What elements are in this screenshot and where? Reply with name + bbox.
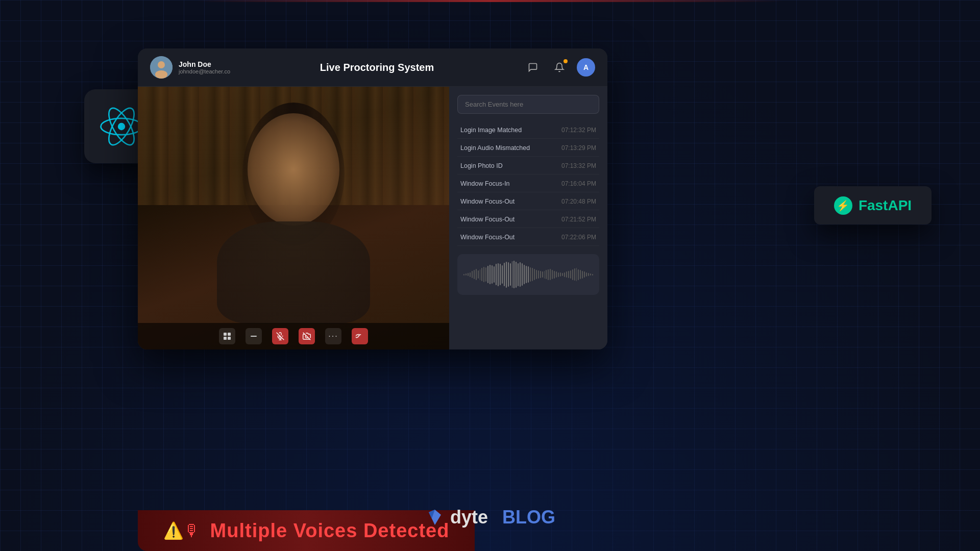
event-item[interactable]: Window Focus-In 07:16:04 PM: [457, 176, 599, 192]
header-title: Live Proctoring System: [230, 62, 524, 73]
wave-bar: [524, 265, 525, 284]
wave-bar: [522, 263, 523, 286]
alert-icon: ⚠️🎙: [163, 521, 200, 540]
event-time: 07:21:52 PM: [561, 216, 596, 223]
event-time: 07:12:32 PM: [561, 127, 596, 134]
wave-bar: [476, 269, 477, 281]
camera-button[interactable]: [299, 328, 315, 344]
lightning-icon: ⚡: [837, 199, 849, 212]
notification-badge: [564, 59, 568, 63]
wave-bar: [562, 273, 563, 276]
main-content: ··· Login Image Matched 07:12:32 PM Logi…: [138, 87, 607, 349]
blog-label: BLOG: [502, 507, 555, 528]
event-item[interactable]: Window Focus-Out 07:21:52 PM: [457, 211, 599, 228]
wave-bar: [504, 263, 505, 287]
user-avatar-button[interactable]: A: [577, 58, 595, 77]
wave-bar: [502, 265, 503, 284]
wave-bar: [548, 269, 549, 280]
event-item[interactable]: Login Image Matched 07:12:32 PM: [457, 122, 599, 139]
user-info: John Doe johndoe@teacher.co: [150, 56, 230, 79]
event-item[interactable]: Window Focus-Out 07:22:06 PM: [457, 229, 599, 246]
wave-bar: [530, 267, 531, 282]
wave-bar: [560, 272, 561, 277]
wave-bar: [474, 270, 475, 280]
wave-bar: [546, 270, 547, 280]
wave-bar: [534, 269, 535, 281]
wave-bar: [550, 269, 551, 281]
header-actions: A: [524, 58, 595, 77]
event-name: Window Focus-Out: [460, 216, 514, 223]
event-name: Login Photo ID: [460, 162, 503, 169]
wave-bar: [518, 263, 519, 286]
user-email: johndoe@teacher.co: [179, 68, 230, 74]
svg-point-0: [117, 122, 125, 130]
wave-bar: [538, 270, 539, 279]
wave-bar: [574, 268, 575, 281]
svg-rect-8: [228, 333, 231, 336]
video-feed: [138, 87, 449, 349]
end-call-button[interactable]: [352, 328, 368, 344]
wave-bar: [510, 263, 511, 286]
wave-bar: [552, 270, 553, 280]
wave-bar: [487, 266, 488, 283]
wave-bar: [526, 266, 527, 283]
wave-bar: [496, 264, 497, 285]
wave-bar: [483, 267, 484, 282]
more-options-button[interactable]: ···: [325, 328, 341, 344]
wave-bar: [554, 271, 555, 279]
svg-rect-9: [224, 337, 227, 340]
wave-bar: [472, 271, 473, 278]
wave-bar: [506, 262, 507, 288]
svg-line-15: [303, 333, 311, 340]
event-time: 07:13:32 PM: [561, 162, 596, 169]
app-window: John Doe johndoe@teacher.co Live Proctor…: [138, 48, 607, 349]
wave-bar: [580, 270, 581, 280]
wave-bar: [516, 262, 517, 288]
wave-bar: [576, 268, 577, 281]
wave-bar: [532, 268, 533, 281]
video-area: ···: [138, 87, 449, 349]
event-time: 07:16:04 PM: [561, 180, 596, 187]
wave-bar: [508, 262, 509, 287]
dyte-wordmark: dyte: [450, 507, 488, 528]
event-item[interactable]: Login Audio Mismatched 07:13:29 PM: [457, 140, 599, 157]
event-item[interactable]: Window Focus-Out 07:20:48 PM: [457, 193, 599, 210]
events-panel: Login Image Matched 07:12:32 PM Login Au…: [449, 87, 607, 349]
wave-bar: [588, 273, 589, 276]
wave-bar: [584, 271, 585, 277]
search-events-input[interactable]: [457, 95, 599, 114]
fastapi-icon: ⚡: [834, 196, 852, 215]
wave-bar: [470, 272, 471, 277]
svg-point-5: [158, 61, 165, 68]
wave-bar: [478, 270, 479, 279]
wave-bar: [489, 265, 491, 284]
wave-bar: [566, 271, 567, 277]
header: John Doe johndoe@teacher.co Live Proctor…: [138, 48, 607, 87]
wave-bar: [481, 268, 482, 281]
wave-bar: [542, 271, 543, 277]
event-time: 07:13:29 PM: [561, 144, 596, 152]
mute-button[interactable]: [272, 328, 288, 344]
dyte-blog-footer: dyte BLOG: [425, 507, 555, 528]
event-time: 07:20:48 PM: [561, 198, 596, 205]
waveform-visual: [463, 259, 593, 290]
event-name: Window Focus-Out: [460, 198, 514, 205]
wave-bar: [558, 272, 559, 277]
chat-button[interactable]: [524, 58, 542, 77]
event-name: Login Audio Mismatched: [460, 144, 530, 152]
wave-bar: [500, 264, 501, 285]
svg-point-6: [155, 70, 167, 79]
wave-bar: [468, 273, 469, 276]
wave-bar: [582, 271, 583, 279]
dyte-logo-icon: [425, 507, 445, 528]
event-item[interactable]: Login Photo ID 07:13:32 PM: [457, 158, 599, 174]
svg-rect-10: [228, 337, 231, 340]
audio-waveform: [457, 254, 599, 295]
wave-bar: [578, 269, 579, 280]
wave-bar: [528, 266, 529, 283]
events-list: Login Image Matched 07:12:32 PM Login Au…: [457, 122, 599, 246]
wave-bar: [520, 262, 521, 287]
minimize-button[interactable]: [246, 328, 262, 344]
grid-view-button[interactable]: [219, 328, 235, 344]
notification-button[interactable]: [550, 58, 569, 77]
